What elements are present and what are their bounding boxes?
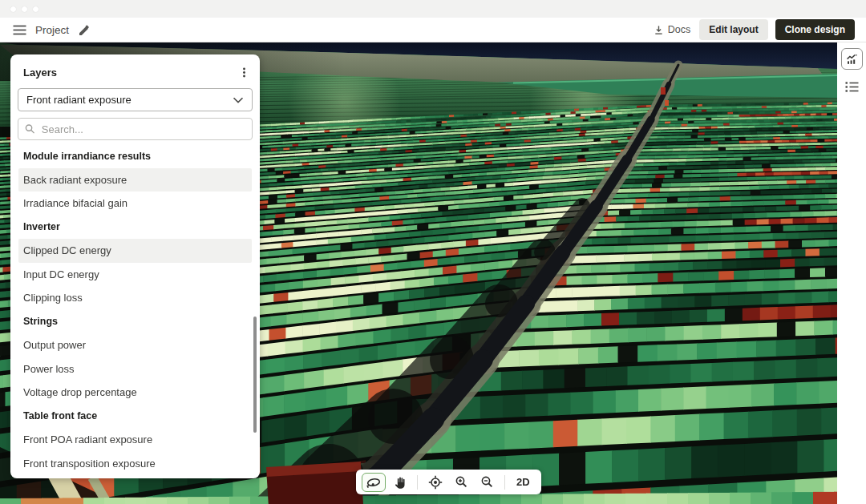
layer-item[interactable]: Output power bbox=[10, 333, 260, 357]
window-control-dot[interactable] bbox=[33, 6, 38, 12]
orbit-tool-button[interactable] bbox=[362, 473, 386, 492]
search-icon bbox=[25, 123, 35, 135]
layer-group-header: Strings bbox=[10, 310, 260, 334]
bullet-list-icon bbox=[844, 81, 860, 93]
target-icon bbox=[428, 475, 443, 490]
kebab-menu-icon bbox=[238, 67, 250, 79]
layer-select-dropdown[interactable]: Front radiant exposure bbox=[18, 88, 253, 111]
window-titlebar bbox=[0, 0, 866, 18]
project-title: Project bbox=[35, 24, 69, 36]
layer-group-header: Table front face bbox=[10, 405, 260, 429]
zoom-out-icon bbox=[480, 475, 494, 489]
viewer-toolbar: 2D bbox=[356, 470, 541, 494]
docs-button[interactable]: Docs bbox=[652, 22, 692, 37]
download-icon bbox=[654, 25, 664, 35]
viewport-area: Layers Front radiant exposure bbox=[0, 42, 866, 504]
layer-search-box bbox=[18, 118, 253, 140]
clone-design-button[interactable]: Clone design bbox=[775, 19, 855, 40]
layers-panel-menu-button[interactable] bbox=[237, 65, 252, 80]
2d-mode-button[interactable]: 2D bbox=[511, 476, 536, 488]
edit-layout-button[interactable]: Edit layout bbox=[699, 19, 767, 40]
layer-item[interactable]: Front POA radiant exposure bbox=[10, 428, 260, 452]
toolbar-divider bbox=[417, 475, 418, 490]
layer-select-value: Front radiant exposure bbox=[26, 94, 132, 106]
layer-item[interactable]: Voltage drop percentage bbox=[10, 381, 260, 405]
layer-item[interactable]: Input DC energy bbox=[10, 263, 260, 287]
layers-panel-title: Layers bbox=[23, 67, 57, 79]
layer-group-header: Module irrandiance results bbox=[10, 144, 260, 168]
menu-button[interactable] bbox=[11, 23, 28, 37]
zoom-out-button[interactable] bbox=[475, 473, 499, 492]
panel-scrollbar-thumb[interactable] bbox=[253, 317, 257, 433]
analytics-chart-icon bbox=[845, 52, 859, 66]
zoom-in-button[interactable] bbox=[449, 473, 473, 492]
hamburger-icon bbox=[13, 25, 26, 35]
chevron-down-icon bbox=[233, 97, 244, 103]
layer-list-button[interactable] bbox=[842, 79, 861, 95]
rename-project-button[interactable] bbox=[76, 22, 91, 37]
pan-tool-button[interactable] bbox=[387, 473, 411, 492]
layer-item[interactable]: Clipped DC energy bbox=[18, 239, 252, 263]
orbit-icon bbox=[366, 476, 382, 489]
focus-tool-button[interactable] bbox=[423, 473, 447, 492]
pencil-icon bbox=[78, 24, 89, 35]
zoom-in-icon bbox=[455, 475, 468, 489]
layer-item[interactable]: Back radiant exposure bbox=[18, 168, 252, 192]
right-sidebar bbox=[837, 42, 866, 504]
layer-item[interactable]: Power loss bbox=[10, 357, 260, 381]
layer-item[interactable]: Front transposition exposure bbox=[10, 452, 260, 476]
layer-list: Module irrandiance results Back radiant … bbox=[10, 144, 260, 475]
results-chart-button[interactable] bbox=[841, 48, 863, 70]
app-toolbar: Project Docs Edit layout Clone design bbox=[0, 18, 866, 42]
layer-item[interactable]: Irradiance bifacial gain bbox=[10, 192, 260, 216]
hand-icon bbox=[394, 476, 406, 489]
layer-item[interactable]: Clipping loss bbox=[10, 286, 260, 310]
toolbar-divider bbox=[504, 475, 505, 490]
layers-panel: Layers Front radiant exposure bbox=[10, 54, 260, 478]
window-control-dot[interactable] bbox=[10, 6, 16, 12]
docs-label: Docs bbox=[668, 24, 690, 35]
app-window: Project Docs Edit layout Clone design bbox=[0, 0, 866, 504]
window-control-dot[interactable] bbox=[22, 6, 27, 12]
search-input[interactable] bbox=[40, 123, 245, 136]
layer-group-header: Inverter bbox=[10, 216, 260, 240]
